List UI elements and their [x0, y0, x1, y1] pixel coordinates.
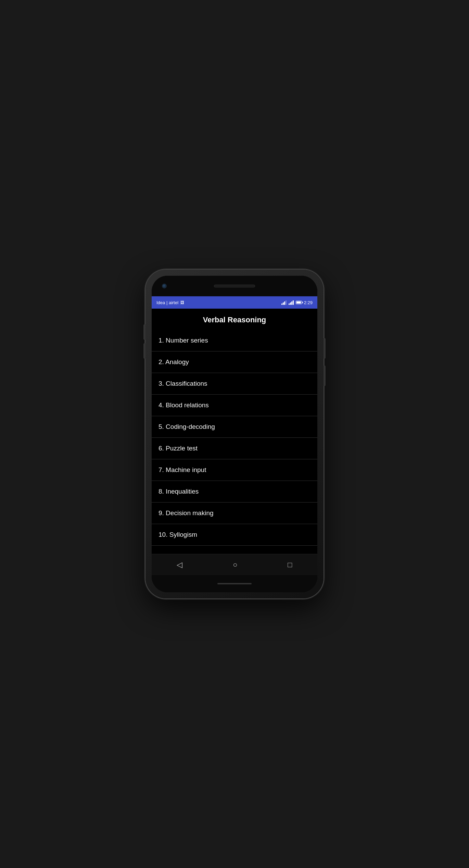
phone-screen: Idea | airtel 🖼 [152, 276, 317, 592]
battery-icon [296, 301, 302, 304]
earpiece-speaker [214, 285, 255, 287]
menu-item-5[interactable]: 5. Coding-decoding [152, 416, 317, 438]
menu-item-label-1: 1. Number series [159, 337, 208, 344]
carrier-text: Idea | airtel [156, 300, 178, 305]
status-left: Idea | airtel 🖼 [156, 300, 184, 305]
image-icon: 🖼 [180, 300, 184, 305]
recents-button[interactable]: □ [281, 557, 299, 573]
menu-item-label-10: 10. Syllogism [159, 531, 197, 538]
menu-item-9[interactable]: 9. Decision making [152, 503, 317, 524]
bottom-bar-indicator [217, 583, 252, 584]
status-right: 2:29 [281, 300, 313, 305]
menu-item-1[interactable]: 1. Number series [152, 330, 317, 351]
volume-buttons [143, 324, 145, 359]
page-title: Verbal Reasoning [152, 309, 317, 330]
menu-item-2[interactable]: 2. Analogy [152, 351, 317, 373]
menu-item-label-4: 4. Blood relations [159, 401, 209, 409]
signal-icon-1 [281, 300, 287, 305]
menu-item-4[interactable]: 4. Blood relations [152, 395, 317, 416]
menu-item-label-9: 9. Decision making [159, 509, 214, 517]
home-button[interactable]: ○ [226, 557, 244, 573]
front-camera-icon [162, 284, 167, 288]
menu-item-label-6: 6. Puzzle test [159, 445, 198, 452]
phone-device: Idea | airtel 🖼 [145, 270, 324, 598]
menu-list: 1. Number series 2. Analogy 3. Classific… [152, 330, 317, 554]
volume-up-button[interactable] [143, 324, 145, 340]
menu-item-label-7: 7. Machine input [159, 466, 206, 473]
menu-item-label-8: 8. Inequalities [159, 488, 199, 495]
menu-item-7[interactable]: 7. Machine input [152, 459, 317, 481]
status-time: 2:29 [304, 300, 313, 305]
menu-item-6[interactable]: 6. Puzzle test [152, 438, 317, 459]
back-button[interactable]: ◁ [170, 557, 189, 573]
menu-item-11-partial[interactable]: 11. Sitting arrangement [152, 546, 317, 554]
status-bar: Idea | airtel 🖼 [152, 296, 317, 309]
bottom-nav-bar: ◁ ○ □ [152, 554, 317, 575]
menu-item-label-2: 2. Analogy [159, 358, 189, 365]
bottom-bezel [152, 575, 317, 592]
menu-item-8[interactable]: 8. Inequalities [152, 481, 317, 503]
app-content: Verbal Reasoning 1. Number series 2. Ana… [152, 309, 317, 554]
top-bezel [152, 276, 317, 296]
signal-icon-2 [289, 300, 294, 305]
menu-item-label-5: 5. Coding-decoding [159, 423, 215, 430]
menu-item-10[interactable]: 10. Syllogism [152, 524, 317, 546]
volume-down-button[interactable] [143, 343, 145, 359]
menu-item-label-3: 3. Classifications [159, 380, 207, 387]
menu-item-3[interactable]: 3. Classifications [152, 373, 317, 395]
